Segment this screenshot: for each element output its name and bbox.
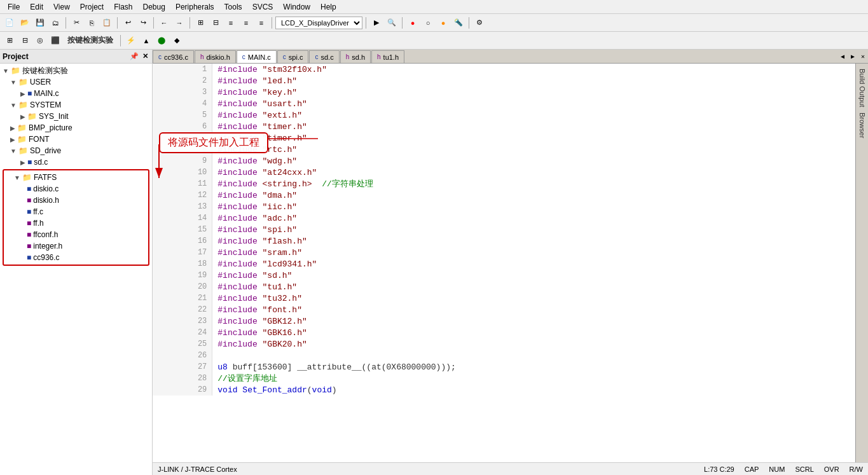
root-expand-icon: ▼ — [3, 67, 9, 74]
redo-btn[interactable]: ↪ — [136, 16, 150, 30]
line-num: 5 — [153, 109, 212, 121]
menu-file[interactable]: File — [3, 1, 25, 13]
fwd-btn[interactable]: → — [172, 16, 186, 30]
line-code — [212, 350, 868, 361]
line-code: #include "adc.h" — [212, 212, 868, 224]
copy-btn[interactable]: ⎘ — [85, 16, 99, 30]
cc936-c-icon: ■ — [27, 253, 31, 262]
tb2-btn4[interactable]: ⬛ — [48, 34, 62, 48]
main-c-icon: ■ — [27, 89, 32, 98]
sys-init-label: SYS_Init — [39, 112, 69, 121]
menu-peripherals[interactable]: Peripherals — [170, 1, 219, 13]
build-target-btn[interactable]: ▶ — [369, 16, 383, 30]
line-code: #include "iic.h" — [212, 201, 868, 212]
tab-close-all[interactable]: ✕ — [858, 50, 868, 63]
menu-project[interactable]: Project — [75, 1, 109, 13]
code-line: 2 #include "led.h" — [153, 75, 868, 86]
tree-cc936-c[interactable]: ■ cc936.c — [4, 252, 148, 263]
menu-debug[interactable]: Debug — [138, 1, 170, 13]
tree-diskio-c[interactable]: ■ diskio.c — [4, 183, 148, 195]
diskio-h-label: diskio.h — [33, 196, 59, 205]
tree-integer-h[interactable]: ■ integer.h — [4, 240, 148, 252]
sidebar-close-icon[interactable]: ✕ — [141, 52, 149, 60]
save-all-btn[interactable]: 🗂 — [48, 16, 62, 30]
trace-btn[interactable]: 🔦 — [451, 16, 465, 30]
run-btn[interactable]: ● — [406, 16, 420, 30]
btn9[interactable]: ≡ — [254, 16, 268, 30]
tree-ff-c[interactable]: ■ ff.c — [4, 206, 148, 217]
tab-tu1-h[interactable]: h tu1.h — [371, 50, 404, 63]
target-dropdown[interactable]: LCD_X_DisplayDriver — [275, 17, 362, 29]
tree-ffconf-h[interactable]: ■ ffconf.h — [4, 229, 148, 240]
root-folder-icon: 📁 — [11, 66, 20, 75]
tab-main-c[interactable]: c MAIN.c — [237, 50, 277, 64]
right-sidebar: Build Output Browser — [855, 64, 868, 462]
settings-btn[interactable]: ⚙ — [472, 16, 486, 30]
code-line: 18 #include "lcd9341.h" — [153, 258, 868, 270]
tree-diskio-h[interactable]: ■ diskio.h — [4, 195, 148, 206]
tree-main-c[interactable]: ▶ ■ MAIN.c — [0, 88, 152, 99]
bmp-expand: ▶ — [10, 125, 15, 132]
undo-btn[interactable]: ↩ — [121, 16, 135, 30]
menu-svcs[interactable]: SVCS — [247, 1, 279, 13]
debug-btn[interactable]: ● — [436, 16, 450, 30]
open-btn[interactable]: 📂 — [18, 16, 32, 30]
btn8[interactable]: ≡ — [239, 16, 253, 30]
line-num: 16 — [153, 235, 212, 247]
sidebar-pin-icon[interactable]: 📌 — [128, 52, 140, 60]
tb2-func2[interactable]: ▲ — [139, 34, 153, 48]
tb2-btn3[interactable]: ◎ — [33, 34, 47, 48]
tab-diskio-h[interactable]: h diskio.h — [195, 50, 236, 63]
save-btn[interactable]: 💾 — [33, 16, 47, 30]
menu-view[interactable]: View — [48, 1, 75, 13]
ff-h-label: ff.h — [33, 219, 43, 228]
stop-btn[interactable]: ○ — [421, 16, 435, 30]
tb2-func4[interactable]: ◆ — [170, 34, 184, 48]
menu-help[interactable]: Help — [315, 1, 341, 13]
tab-sd-h[interactable]: h sd.h — [340, 50, 371, 63]
tb2-btn2[interactable]: ⊟ — [18, 34, 32, 48]
tree-sd-c[interactable]: ▶ ■ sd.c — [0, 156, 152, 168]
tree-user[interactable]: ▼ 📁 USER — [0, 76, 152, 88]
tab-scroll-left[interactable]: ◀ — [837, 50, 848, 63]
back-btn[interactable]: ← — [157, 16, 171, 30]
tb2-func1[interactable]: ⚡ — [124, 34, 138, 48]
tree-system[interactable]: ▼ 📁 SYSTEM — [0, 99, 152, 111]
tb2-btn1[interactable]: ⊞ — [3, 34, 17, 48]
ffconf-h-label: ffconf.h — [33, 230, 58, 239]
tab-sd-c[interactable]: c sd.c — [309, 50, 339, 63]
new-file-btn[interactable]: 📄 — [3, 16, 17, 30]
menu-flash[interactable]: Flash — [109, 1, 137, 13]
tree-root[interactable]: ▼ 📁 按键检测实验 — [0, 65, 152, 76]
code-line: 10 #include "at24cxx.h" — [153, 167, 868, 178]
tab-main-c-label: MAIN.c — [248, 53, 271, 61]
tree-ff-h[interactable]: ■ ff.h — [4, 217, 148, 229]
paste-btn[interactable]: 📋 — [100, 16, 114, 30]
btn7[interactable]: ≡ — [224, 16, 238, 30]
btn6[interactable]: ⊟ — [209, 16, 223, 30]
tree-font[interactable]: ▶ 📁 FONT — [0, 134, 152, 145]
cut-btn[interactable]: ✂ — [69, 16, 83, 30]
content-area: c cc936.c h diskio.h c MAIN.c c spi.c c … — [153, 50, 868, 475]
tree-sys-init[interactable]: ▶ 📁 SYS_Init — [0, 111, 152, 122]
tab-spi-c[interactable]: c spi.c — [277, 50, 309, 63]
tab-cc936-c[interactable]: c cc936.c — [153, 50, 194, 63]
menu-window[interactable]: Window — [278, 1, 315, 13]
search-btn[interactable]: 🔍 — [385, 16, 399, 30]
tb2-func3[interactable]: ⬤ — [155, 34, 169, 48]
menu-tools[interactable]: Tools — [219, 1, 247, 13]
btn5[interactable]: ⊞ — [193, 16, 207, 30]
tree-sd-drive[interactable]: ▼ 📁 SD_drive — [0, 145, 152, 156]
build-output-label[interactable]: Build Output — [858, 66, 866, 110]
user-expand-icon: ▼ — [10, 79, 17, 86]
tab-scroll-right[interactable]: ▶ — [848, 50, 858, 63]
tree-bmp[interactable]: ▶ 📁 BMP_picture — [0, 122, 152, 134]
browser-label[interactable]: Browser — [858, 110, 866, 141]
line-num: 12 — [153, 189, 212, 201]
system-label: SYSTEM — [30, 100, 61, 109]
menu-edit[interactable]: Edit — [25, 1, 48, 13]
diskio-c-icon: ■ — [27, 184, 31, 193]
tree-fatfs[interactable]: ▼ 📁 FATFS — [4, 172, 148, 183]
code-editor[interactable]: 1 #include "stm32f10x.h" 2 #include "led… — [153, 64, 868, 466]
line-num: 22 — [153, 304, 212, 315]
